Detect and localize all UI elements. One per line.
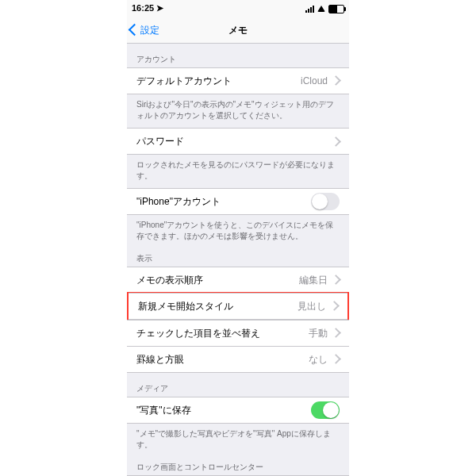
- back-label: 設定: [140, 25, 159, 36]
- group-header-lock: ロック画面とコントロールセンター: [127, 451, 349, 476]
- cell-value: 編集日: [299, 274, 328, 286]
- cell-label: デフォルトアカウント: [136, 75, 232, 86]
- cell-value: iCloud: [301, 75, 328, 86]
- cell-label: "iPhone"アカウント: [136, 196, 221, 207]
- chevron-right-icon: [329, 301, 340, 312]
- nav-bar: 設定 メモ: [127, 17, 349, 44]
- status-bar: 16:25 ➤: [127, 0, 349, 17]
- cell-label: チェックした項目を並べ替え: [136, 328, 260, 339]
- back-button[interactable]: 設定: [127, 25, 159, 36]
- cellular-icon: [305, 6, 314, 13]
- group-header-media: メディア: [127, 373, 349, 397]
- cell-label: パスワード: [136, 136, 184, 147]
- chevron-left-icon: [129, 24, 141, 36]
- chevron-right-icon: [331, 136, 341, 147]
- cell-label: メモの表示順序: [136, 274, 203, 286]
- group-header-account: アカウント: [127, 44, 349, 68]
- cell-save-photos[interactable]: "写真"に保存: [127, 397, 349, 424]
- status-time: 16:25: [132, 3, 154, 13]
- cell-value: 手動: [309, 328, 328, 339]
- highlight-box: 新規メモ開始スタイル 見出し: [127, 292, 349, 321]
- cell-lines[interactable]: 罫線と方眼 なし: [127, 346, 349, 373]
- cell-label: 罫線と方眼: [136, 354, 184, 365]
- group-footer-account: Siriおよび"今日"の表示内の"メモ"ウィジェット用のデフォルトのアカウントを…: [127, 94, 349, 122]
- cell-label: "写真"に保存: [136, 405, 191, 416]
- group-footer-iphone: "iPhone"アカウントを使うと、このデバイスにメモを保存できます。ほかのメモ…: [127, 215, 349, 243]
- cell-default-account[interactable]: デフォルトアカウント iCloud: [127, 67, 349, 94]
- wifi-icon: [317, 6, 325, 12]
- cell-password[interactable]: パスワード: [127, 128, 349, 155]
- group-footer-password: ロックされたメモを見るのにパスワードが必要になります。: [127, 155, 349, 182]
- save-photos-switch[interactable]: [311, 401, 340, 419]
- iphone-account-switch[interactable]: [311, 193, 340, 210]
- settings-notes-screen: 16:25 ➤ 設定 メモ アカウント デフォルトアカウント iCloud Si…: [127, 0, 349, 476]
- cell-check-sort[interactable]: チェックした項目を並べ替え 手動: [127, 320, 349, 347]
- cell-new-note-style[interactable]: 新規メモ開始スタイル 見出し: [129, 293, 347, 320]
- cell-sort-order[interactable]: メモの表示順序 編集日: [127, 267, 349, 294]
- cell-iphone-account[interactable]: "iPhone"アカウント: [127, 188, 349, 215]
- group-header-display: 表示: [127, 243, 349, 267]
- chevron-right-icon: [331, 76, 341, 86]
- cell-label: 新規メモ開始スタイル: [138, 301, 233, 312]
- cell-value: 見出し: [298, 301, 326, 312]
- chevron-right-icon: [331, 355, 341, 365]
- battery-icon: [328, 5, 344, 13]
- page-title: メモ: [127, 25, 349, 36]
- cell-value: なし: [309, 354, 328, 365]
- group-footer-media: "メモ"で撮影した写真やビデオを"写真" Appに保存します。: [127, 424, 349, 451]
- chevron-right-icon: [331, 328, 341, 339]
- chevron-right-icon: [331, 275, 341, 286]
- location-icon: ➤: [156, 3, 163, 13]
